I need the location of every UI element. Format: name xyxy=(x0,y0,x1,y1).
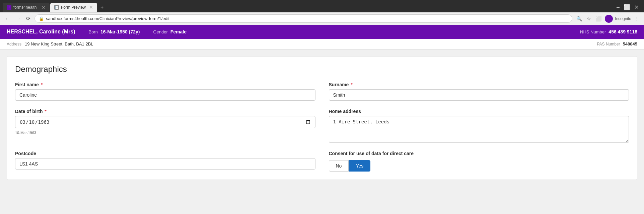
home-address-label: Home address xyxy=(329,109,629,114)
home-address-input[interactable]: 1 Aire Street, Leeds xyxy=(329,116,629,143)
patient-nhs: NHS Number 456 489 9118 xyxy=(580,29,637,34)
first-name-group: First name * xyxy=(15,82,315,101)
pas-section: PAS Number 548845 xyxy=(597,41,637,46)
new-tab-button[interactable]: + xyxy=(98,3,106,12)
gender-label: Gender xyxy=(153,29,167,34)
profile-avatar[interactable] xyxy=(605,15,613,23)
tab-close-forms4health[interactable]: ✕ xyxy=(42,5,46,10)
surname-label: Surname * xyxy=(329,82,629,87)
browser-actions: 🔍 ☆ ⬜ Incognito ⋮ xyxy=(575,15,641,23)
address-label: Address xyxy=(7,42,21,46)
surname-input[interactable] xyxy=(329,89,629,101)
extension-icon-btn[interactable]: ⬜ xyxy=(594,15,603,23)
consent-label: Consent for use of data for direct care xyxy=(329,151,629,156)
tab-favicon-form-preview: 📄 xyxy=(54,5,59,10)
born-value: 16-Mar-1950 (72y) xyxy=(100,29,140,34)
form-section-demographics: Demographics First name * Surname * Date… xyxy=(7,56,637,180)
forward-button[interactable]: → xyxy=(14,15,22,22)
address-bar[interactable]: 🔒 sandbox.forms4health.com/ClinicianPrev… xyxy=(34,14,572,23)
nhs-value: 456 489 9118 xyxy=(609,29,637,34)
window-maximize[interactable]: ⬜ xyxy=(622,3,632,11)
consent-group: Consent for use of data for direct care … xyxy=(329,151,629,172)
back-button[interactable]: ← xyxy=(3,15,11,22)
reload-button[interactable]: ⟳ xyxy=(25,15,32,22)
gender-value: Female xyxy=(170,29,187,34)
postcode-group: Postcode xyxy=(15,151,315,172)
dob-hint: 10-Mar-1963 xyxy=(15,131,315,135)
patient-gender: Gender Female xyxy=(153,29,187,34)
consent-buttons: No Yes xyxy=(329,160,629,172)
section-title: Demographics xyxy=(15,65,629,74)
address-bar-row: ← → ⟳ 🔒 sandbox.forms4health.com/Clinici… xyxy=(0,12,644,25)
postcode-label: Postcode xyxy=(15,151,315,156)
patient-header: HERSCHEL, Caroline (Mrs) Born 16-Mar-195… xyxy=(0,25,644,39)
consent-yes-button[interactable]: Yes xyxy=(349,160,370,172)
dob-group: Date of birth * 10-Mar-1963 xyxy=(15,109,315,143)
first-name-input[interactable] xyxy=(15,89,315,101)
main-content: Demographics First name * Surname * Date… xyxy=(0,49,644,210)
incognito-label: Incognito xyxy=(615,16,631,21)
form-grid: First name * Surname * Date of birth * 1… xyxy=(15,82,629,172)
address-value: 19 New King Street, Bath, BA1 2BL xyxy=(25,41,93,46)
tab-label-form-preview: Form Preview xyxy=(61,5,86,10)
patient-name: HERSCHEL, Caroline (Mrs) xyxy=(7,29,75,35)
consent-no-button[interactable]: No xyxy=(329,160,349,172)
home-address-group: Home address 1 Aire Street, Leeds xyxy=(329,109,629,143)
dob-input[interactable] xyxy=(15,116,315,128)
born-label: Born xyxy=(88,29,97,34)
bookmark-icon-btn[interactable]: ☆ xyxy=(585,15,592,23)
first-name-label: First name * xyxy=(15,82,315,87)
tab-bar: f forms4health ✕ 📄 Form Preview ✕ + – ⬜ … xyxy=(0,0,644,12)
surname-group: Surname * xyxy=(329,82,629,101)
first-name-required: * xyxy=(40,82,43,87)
window-close[interactable]: ✕ xyxy=(633,3,640,11)
dob-label: Date of birth * xyxy=(15,109,315,114)
pas-value: 548845 xyxy=(623,41,637,46)
lock-icon: 🔒 xyxy=(39,16,44,21)
dob-required: * xyxy=(43,109,46,114)
tab-close-form-preview[interactable]: ✕ xyxy=(89,5,93,10)
tab-favicon-forms4health: f xyxy=(7,5,11,10)
patient-address-bar: Address 19 New King Street, Bath, BA1 2B… xyxy=(0,39,644,49)
tab-forms4health[interactable]: f forms4health ✕ xyxy=(3,3,50,12)
more-options-btn[interactable]: ⋮ xyxy=(633,15,641,23)
pas-label: PAS Number xyxy=(597,42,620,46)
nhs-label: NHS Number xyxy=(580,29,606,34)
surname-required: * xyxy=(349,82,352,87)
browser-chrome: f forms4health ✕ 📄 Form Preview ✕ + – ⬜ … xyxy=(0,0,644,25)
tab-form-preview[interactable]: 📄 Form Preview ✕ xyxy=(50,3,97,12)
postcode-input[interactable] xyxy=(15,158,315,170)
url-text: sandbox.forms4health.com/ClinicianPrevie… xyxy=(46,16,169,21)
patient-born: Born 16-Mar-1950 (72y) xyxy=(88,29,140,34)
window-minimize[interactable]: – xyxy=(615,3,621,11)
tab-label-forms4health: forms4health xyxy=(13,5,37,10)
search-icon-btn[interactable]: 🔍 xyxy=(575,15,583,23)
